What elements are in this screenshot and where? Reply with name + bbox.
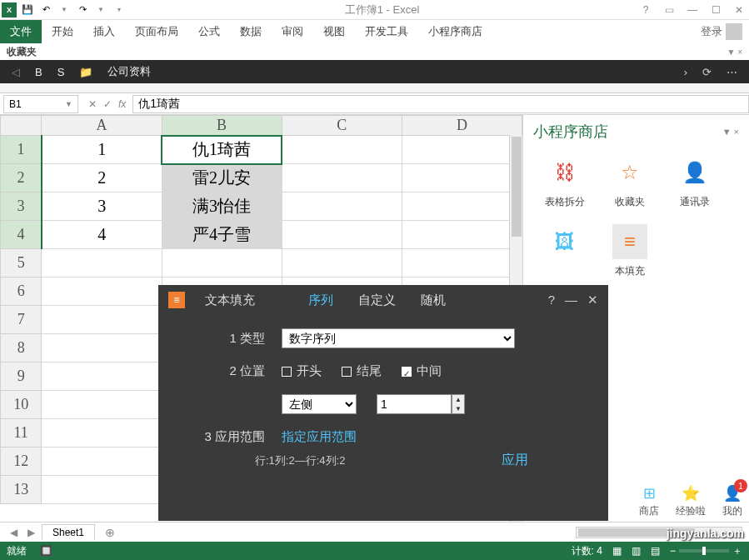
app-item-3[interactable]: 🖼 — [540, 224, 590, 278]
cell-A2[interactable]: 2 — [42, 164, 162, 192]
path-s[interactable]: S — [57, 66, 65, 78]
specify-range-link[interactable]: 指定应用范围 — [282, 429, 357, 445]
cell-C4[interactable] — [282, 221, 402, 249]
cell-A12[interactable] — [42, 448, 162, 476]
row-header-4[interactable]: 4 — [1, 221, 42, 249]
row-header-13[interactable]: 13 — [1, 476, 42, 504]
nav-back-icon[interactable]: ◁ — [12, 66, 20, 78]
footer-experience[interactable]: ⭐ 经验啦 — [676, 484, 706, 518]
cell-D5[interactable] — [402, 249, 522, 278]
row-header-7[interactable]: 7 — [1, 306, 42, 334]
tab-developer[interactable]: 开发工具 — [355, 20, 418, 43]
horizontal-scrollbar[interactable] — [576, 527, 742, 538]
redo-dropdown-icon[interactable]: ▼ — [93, 2, 108, 18]
zoom-slider[interactable] — [679, 549, 729, 552]
minimize-button[interactable]: — — [684, 4, 701, 16]
view-pagebreak-icon[interactable]: ▤ — [651, 545, 660, 557]
cell-A5[interactable] — [42, 249, 162, 278]
qat-customize-icon[interactable]: ▾ — [112, 2, 127, 18]
col-header-A[interactable]: A — [42, 116, 162, 136]
tab-data[interactable]: 数据 — [230, 20, 272, 43]
position-end-checkbox[interactable]: 结尾 — [342, 363, 382, 379]
cell-D1[interactable] — [402, 136, 522, 164]
tab-home[interactable]: 开始 — [42, 20, 83, 43]
redo-icon[interactable]: ↷ — [75, 2, 90, 18]
sheet-nav-prev-icon[interactable]: ◀ — [7, 527, 21, 538]
cell-A3[interactable]: 3 — [42, 192, 162, 221]
nav-forward-icon[interactable]: › — [684, 66, 687, 78]
cell-A8[interactable] — [42, 334, 162, 362]
dialog-tab-sequence[interactable]: 序列 — [308, 292, 333, 308]
undo-icon[interactable]: ↶ — [38, 2, 53, 18]
col-header-B[interactable]: B — [162, 116, 282, 136]
app-表格拆分[interactable]: ⛓表格拆分 — [540, 155, 590, 209]
refresh-icon[interactable]: ⟳ — [702, 66, 712, 78]
row-header-6[interactable]: 6 — [1, 278, 42, 306]
row-header-5[interactable]: 5 — [1, 249, 42, 278]
cell-D4[interactable] — [402, 221, 522, 249]
app-通讯录[interactable]: 👤通讯录 — [670, 155, 720, 209]
name-box[interactable]: B1 ▼ — [3, 95, 78, 113]
offset-input[interactable] — [377, 394, 452, 414]
cell-A10[interactable] — [42, 391, 162, 419]
zoom-in-icon[interactable]: ＋ — [732, 544, 742, 558]
col-header-C[interactable]: C — [282, 116, 402, 136]
tab-layout[interactable]: 页面布局 — [125, 20, 188, 43]
cell-A11[interactable] — [42, 419, 162, 448]
cell-A9[interactable] — [42, 362, 162, 391]
footer-mine[interactable]: 👤 1 我的 — [722, 484, 742, 518]
cell-A4[interactable]: 4 — [42, 221, 162, 249]
col-header-D[interactable]: D — [402, 116, 522, 136]
row-header-2[interactable]: 2 — [1, 164, 42, 192]
position-start-checkbox[interactable]: 开头 — [282, 363, 322, 379]
ribbon-opts-button[interactable]: ▭ — [661, 4, 677, 16]
app-本填充[interactable]: ≡本填充 — [605, 224, 655, 278]
footer-store[interactable]: ⊞ 商店 — [639, 484, 659, 518]
more-icon[interactable]: ⋯ — [727, 66, 737, 78]
cell-B3[interactable]: 满3怡佳 — [162, 192, 282, 221]
favorites-chevron-icon[interactable]: ▼ × — [727, 48, 742, 57]
cell-A7[interactable] — [42, 306, 162, 334]
dialog-help-icon[interactable]: ? — [548, 292, 555, 308]
apply-button[interactable]: 应用 — [502, 452, 528, 469]
cell-C5[interactable] — [282, 249, 402, 278]
macro-record-icon[interactable]: 🔲 — [40, 545, 52, 557]
cell-C2[interactable] — [282, 164, 402, 192]
formula-input[interactable]: 仇1琦茜 — [132, 95, 749, 113]
cell-B2[interactable]: 雷2儿安 — [162, 164, 282, 192]
maximize-button[interactable]: ☐ — [707, 4, 724, 16]
cell-A1[interactable]: 1 — [42, 136, 162, 164]
cell-B4[interactable]: 严4子雪 — [162, 221, 282, 249]
view-layout-icon[interactable]: ▥ — [632, 545, 641, 557]
namebox-dropdown-icon[interactable]: ▼ — [65, 100, 72, 108]
tab-formulas[interactable]: 公式 — [188, 20, 230, 43]
dialog-tab-custom[interactable]: 自定义 — [358, 292, 396, 308]
close-button[interactable]: ✕ — [731, 4, 747, 16]
sheet-tab-1[interactable]: Sheet1 — [42, 524, 95, 540]
add-sheet-button[interactable]: ⊕ — [98, 526, 122, 539]
login-link[interactable]: 登录 — [694, 23, 749, 40]
view-normal-icon[interactable]: ▦ — [612, 545, 622, 557]
cell-D3[interactable] — [402, 192, 522, 221]
enter-icon[interactable]: ✓ — [103, 98, 112, 110]
tab-review[interactable]: 审阅 — [272, 20, 313, 43]
side-select[interactable]: 左侧 — [282, 394, 357, 414]
row-header-11[interactable]: 11 — [1, 419, 42, 448]
cell-A13[interactable] — [42, 476, 162, 504]
type-select[interactable]: 数字序列 — [282, 328, 515, 348]
tab-insert[interactable]: 插入 — [83, 20, 125, 43]
panel-chevron-icon[interactable]: ▼ × — [722, 127, 739, 137]
row-header-1[interactable]: 1 — [1, 136, 42, 164]
cell-A6[interactable] — [42, 278, 162, 306]
row-header-10[interactable]: 10 — [1, 391, 42, 419]
row-header-8[interactable]: 8 — [1, 334, 42, 362]
cell-B1[interactable]: 仇1琦茜 — [162, 136, 282, 164]
tab-file[interactable]: 文件 — [0, 20, 42, 43]
fx-icon[interactable]: fx — [118, 98, 126, 110]
tab-appstore[interactable]: 小程序商店 — [418, 20, 492, 43]
undo-dropdown-icon[interactable]: ▼ — [57, 2, 72, 18]
dialog-tab-random[interactable]: 随机 — [421, 292, 446, 308]
row-header-12[interactable]: 12 — [1, 448, 42, 476]
offset-spinner[interactable]: ▲▼ — [452, 394, 465, 414]
position-middle-checkbox[interactable]: 中间 — [402, 363, 442, 379]
